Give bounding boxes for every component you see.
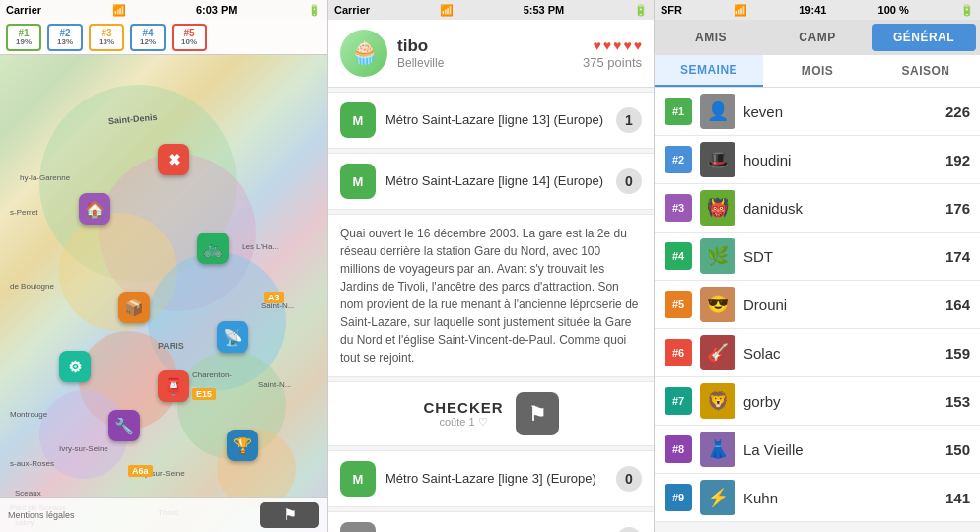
map-badge-1[interactable]: #119%: [6, 24, 41, 51]
lb-name-2: houdini: [743, 152, 938, 168]
venue-time: 5:53 PM: [524, 4, 565, 16]
panel-leaderboard: SFR 📶 19:41 100 % 🔋 AMISCAMPGÉNÉRAL SEMA…: [655, 0, 980, 532]
lb-avatar-2: 🎩: [700, 142, 735, 177]
lb-row-4: #4 🌿 SDT 174: [655, 233, 980, 281]
lb-battery: 100 %: [878, 4, 909, 16]
lb-score-5: 164: [945, 297, 970, 313]
venue-icon-4: M: [340, 461, 376, 497]
venue-status-bar: Carrier 📶 5:53 PM 🔋: [328, 0, 654, 20]
lb-score-6: 159: [945, 345, 970, 362]
map-action-button[interactable]: ⚑: [260, 502, 319, 528]
map-icon-5[interactable]: 📡: [217, 321, 248, 353]
lb-name-9: Kuhn: [743, 490, 938, 506]
lb-row-2: #2 🎩 houdini 192: [655, 136, 980, 184]
lb-score-3: 176: [945, 200, 970, 217]
lb-row-1: #1 👤 keven 226: [655, 88, 980, 136]
lb-row-8: #8 👗 La Vieille 150: [655, 426, 980, 474]
lb-rank-badge-1: #1: [665, 98, 692, 125]
lb-name-8: La Vieille: [743, 441, 938, 458]
lb-score-1: 226: [945, 103, 970, 120]
lb-row-5: #5 😎 Drouni 164: [655, 281, 980, 329]
map-icon-2[interactable]: 🏠: [79, 193, 110, 225]
map-icon-6[interactable]: ⚙: [59, 351, 91, 382]
lb-row-3: #3 👹 danidusk 176: [655, 184, 980, 233]
venue-count-0: 1: [616, 107, 642, 133]
checker-button[interactable]: CHECKER coûte 1 ♡: [423, 399, 503, 429]
lb-avatar-1: 👤: [700, 94, 735, 129]
lb-name-7: gorby: [743, 393, 938, 410]
map-status-bar: Carrier 📶 6:03 PM 🔋: [0, 0, 327, 20]
lb-tabs: AMISCAMPGÉNÉRAL: [655, 20, 980, 55]
map-footer: Mentions légales ⚑: [0, 497, 327, 532]
map-badge-5[interactable]: #510%: [172, 24, 207, 51]
checker-label: CHECKER: [423, 399, 503, 416]
lb-rank-badge-7: #7: [665, 387, 692, 415]
map-badge-2[interactable]: #213%: [47, 24, 83, 51]
venue-icon-1: M: [340, 164, 376, 199]
lb-score-8: 150: [945, 441, 970, 458]
map-toolbar: #119%#213%#313%#412%#510%: [0, 20, 327, 55]
venue-user-info: tibo Belleville: [397, 36, 573, 70]
venue-icon-0: M: [340, 102, 376, 138]
venue-checker[interactable]: CHECKER coûte 1 ♡ ⚑: [328, 381, 654, 446]
lb-tab-camp[interactable]: CAMP: [765, 24, 870, 51]
lb-score-2: 192: [945, 152, 970, 168]
map-icon-3[interactable]: 🚲: [197, 233, 229, 264]
lb-subtab-semaine[interactable]: SEMAINE: [655, 55, 763, 87]
lb-rank-badge-4: #4: [665, 242, 692, 270]
venue-location: Belleville: [397, 56, 573, 70]
venue-item-1[interactable]: M Métro Saint-Lazare [ligne 14] (Europe)…: [328, 153, 654, 210]
lb-tab-général[interactable]: GÉNÉRAL: [872, 24, 976, 51]
venue-battery-icon: 🔋: [634, 4, 648, 17]
lb-row-6: #6 🎸 Solac 159: [655, 329, 980, 377]
lb-avatar-7: 🦁: [700, 383, 735, 419]
venue-item-5[interactable]: SNCF Gare Saint-Lazare (SNCF) (Europe) 1: [328, 511, 654, 532]
map-badge-4[interactable]: #412%: [130, 24, 166, 51]
venue-list[interactable]: M Métro Saint-Lazare [ligne 13] (Europe)…: [328, 88, 654, 532]
lb-avatar-6: 🎸: [700, 335, 735, 370]
venue-user-avatar: 🧁: [340, 30, 387, 77]
venue-count-5: 1: [616, 527, 642, 532]
lb-rank-badge-2: #2: [665, 146, 692, 173]
venue-count-4: 0: [616, 466, 642, 492]
lb-subtab-mois[interactable]: MOIS: [763, 55, 872, 87]
lb-status-bar: SFR 📶 19:41 100 % 🔋: [655, 0, 980, 20]
lb-carrier: SFR: [661, 4, 682, 16]
lb-row-9: #9 ⚡ Kuhn 141: [655, 474, 980, 522]
checker-cost: coûte 1 ♡: [439, 416, 487, 429]
venue-item-0[interactable]: M Métro Saint-Lazare [ligne 13] (Europe)…: [328, 92, 654, 149]
map-icon-4[interactable]: 📦: [118, 292, 150, 323]
map-wifi-icon: 📶: [112, 4, 126, 17]
map-icon-9[interactable]: 🏆: [227, 430, 258, 461]
venue-header: 🧁 tibo Belleville ♥ ♥ ♥ ♥ ♥ 375 points: [328, 20, 654, 88]
lb-rank-badge-8: #8: [665, 435, 692, 463]
lb-signal-icon: 📶: [734, 4, 747, 17]
lb-avatar-9: ⚡: [700, 480, 735, 515]
venue-description-2: Quai ouvert le 16 décembre 2003. La gare…: [328, 214, 654, 377]
venue-hearts: ♥ ♥ ♥ ♥ ♥: [593, 37, 642, 53]
map-icon-1[interactable]: ✖: [158, 144, 189, 175]
map-background[interactable]: ✖ 🏠 🚲 📦 📡 ⚙ 📮 🔧 🏆 Saint-Denis hy-la-Gare…: [0, 55, 327, 532]
lb-avatar-8: 👗: [700, 432, 735, 467]
checker-icon[interactable]: ⚑: [516, 392, 559, 435]
lb-avatar-5: 😎: [700, 287, 735, 322]
lb-tab-amis[interactable]: AMIS: [659, 24, 763, 51]
lb-rank-badge-9: #9: [665, 484, 692, 511]
lb-score-7: 153: [945, 393, 970, 410]
lb-score-9: 141: [945, 490, 970, 506]
lb-battery-icon: 🔋: [960, 4, 974, 17]
map-carrier: Carrier: [6, 4, 41, 16]
map-badge-3[interactable]: #313%: [89, 24, 124, 51]
lb-name-3: danidusk: [743, 200, 938, 217]
lb-subtab-saison[interactable]: SAISON: [872, 55, 980, 87]
venue-points: 375 points: [583, 55, 642, 70]
map-icon-7[interactable]: 📮: [158, 370, 189, 402]
lb-subtabs: SEMAINEMOISSAISON: [655, 55, 980, 88]
venue-item-4[interactable]: M Métro Saint-Lazare [ligne 3] (Europe) …: [328, 450, 654, 507]
lb-avatar-4: 🌿: [700, 238, 735, 274]
map-icon-8[interactable]: 🔧: [108, 410, 140, 441]
lb-rank-badge-3: #3: [665, 194, 692, 222]
lb-avatar-3: 👹: [700, 190, 735, 226]
panel-venue: Carrier 📶 5:53 PM 🔋 🧁 tibo Belleville ♥ …: [327, 0, 655, 532]
lb-list[interactable]: #1 👤 keven 226 #2 🎩 houdini 192 #3 👹 dan…: [655, 88, 980, 532]
